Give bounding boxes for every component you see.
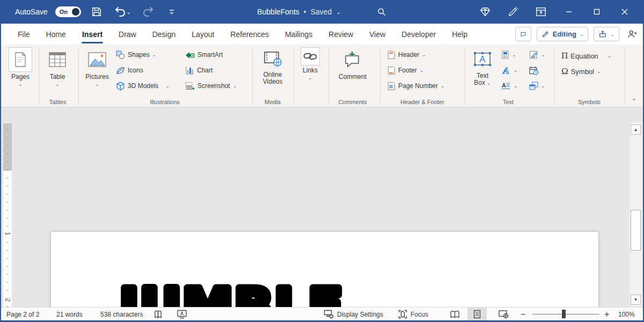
scrollbar-thumb[interactable] [631, 210, 641, 251]
icons-label: Icons [128, 67, 143, 74]
tab-insert[interactable]: Insert [74, 24, 111, 45]
ribbon-display-options-icon[interactable] [527, 0, 555, 24]
comments-button[interactable] [515, 27, 531, 41]
read-mode-icon [450, 310, 460, 319]
display-settings-icon [324, 310, 334, 319]
tab-file[interactable]: File [10, 24, 38, 45]
text-box-button[interactable]: A Text Box ⌄ [470, 47, 495, 87]
3d-models-button[interactable]: 3D Models ⌄ [116, 79, 170, 93]
shapes-button[interactable]: Shapes ⌄ [116, 48, 156, 62]
minimize-button[interactable] [555, 0, 583, 24]
smartart-button[interactable]: SmartArt [185, 48, 223, 62]
presence-people-icon[interactable] [627, 29, 638, 40]
title-chevron-icon[interactable]: ⌄ [336, 9, 340, 15]
equation-button[interactable]: Π Equation ⌄ [561, 49, 611, 63]
chart-button[interactable]: Chart [185, 63, 213, 77]
scroll-down-button[interactable]: ▼ [631, 295, 641, 305]
pages-button[interactable]: Pages ⌄ [6, 47, 34, 87]
new-comment-button[interactable]: Comment [335, 47, 370, 80]
title-separator: • [304, 8, 306, 16]
icons-button[interactable]: Icons [116, 63, 143, 77]
vertical-scrollbar[interactable]: ▲ ▼ [629, 122, 642, 307]
date-time-icon [529, 66, 539, 75]
online-videos-button[interactable]: Online Videos [256, 47, 289, 85]
header-button[interactable]: Header ⌄ [387, 48, 426, 62]
ribbon-insert: Pages ⌄ Table ⌄ Tables [1, 45, 643, 107]
document-title: BubbleFonts [257, 8, 299, 16]
maximize-button[interactable] [583, 0, 611, 24]
links-button[interactable]: Links ⌄ [297, 47, 323, 80]
editing-mode-button[interactable]: Editing ⌄ [537, 27, 589, 41]
status-bar: Page 2 of 2 21 words 538 characters [1, 307, 643, 322]
tab-layout[interactable]: Layout [184, 24, 222, 45]
object-button[interactable]: ⌄ [529, 79, 545, 93]
ribbon-tab-row: File Home Insert Draw Design Layout Refe… [1, 24, 643, 45]
symbol-button[interactable]: Ω Symbol ⌄ [561, 64, 601, 78]
group-label-tables: Tables [43, 99, 72, 105]
comment-bubble-icon [520, 30, 526, 39]
word-count[interactable]: 21 words [56, 308, 83, 321]
pictures-button[interactable]: Pictures ⌄ [83, 47, 112, 87]
search-icon[interactable] [376, 6, 387, 17]
date-time-button[interactable] [529, 63, 539, 77]
scroll-up-button[interactable]: ▲ [631, 125, 641, 135]
tab-view[interactable]: View [361, 24, 393, 45]
footer-label: Footer [398, 67, 417, 74]
proofing-errors-icon[interactable] [153, 308, 163, 321]
undo-icon[interactable]: ⌄ [112, 4, 133, 20]
links-chevron-icon: ⌄ [308, 75, 312, 80]
screenshot-label: Screenshot [197, 82, 230, 90]
web-layout-button[interactable] [494, 308, 513, 321]
text-box-label-1: Text [477, 72, 488, 79]
tab-home[interactable]: Home [38, 24, 74, 45]
print-layout-button[interactable] [467, 308, 487, 321]
tab-design[interactable]: Design [144, 24, 184, 45]
zoom-out-button[interactable]: − [521, 308, 525, 321]
premium-diamond-icon[interactable] [471, 0, 499, 24]
quick-parts-button[interactable]: ⌄ [501, 48, 516, 62]
drop-cap-button[interactable]: A ⌄ [501, 79, 518, 93]
editing-label: Editing [553, 30, 576, 38]
quick-parts-icon [501, 50, 509, 59]
pictures-icon [87, 47, 107, 72]
share-button[interactable]: ⌄ [594, 27, 619, 41]
page-indicator[interactable]: Page 2 of 2 [6, 308, 39, 321]
save-icon[interactable] [89, 4, 105, 20]
footer-chevron-icon: ⌄ [420, 68, 424, 73]
table-button[interactable]: Table ⌄ [44, 47, 71, 87]
tab-help[interactable]: Help [444, 24, 475, 45]
tab-mailings[interactable]: Mailings [277, 24, 320, 45]
zoom-slider-thumb[interactable] [562, 310, 566, 318]
new-comment-icon [343, 47, 362, 72]
wordart-button[interactable]: A ⌄ [501, 63, 518, 77]
page-number-button[interactable]: Page Number ⌄ [387, 79, 445, 93]
footer-icon [387, 66, 396, 75]
display-settings-button[interactable]: Display Settings [324, 308, 383, 321]
tab-review[interactable]: Review [320, 24, 361, 45]
accessibility-checker-icon[interactable] [177, 308, 187, 321]
zoom-in-button[interactable]: + [604, 308, 609, 321]
zoom-level[interactable]: 100% [618, 308, 635, 321]
footer-button[interactable]: Footer ⌄ [387, 63, 423, 77]
read-mode-button[interactable] [445, 308, 464, 321]
close-button[interactable] [611, 0, 639, 24]
character-count[interactable]: 538 characters [100, 308, 143, 321]
quick-access-chevron-icon[interactable] [164, 4, 180, 20]
wordart-icon: A [501, 65, 511, 75]
signature-line-button[interactable]: ⌄ [529, 48, 545, 62]
equation-chevron-icon: ⌄ [608, 53, 612, 58]
tab-draw[interactable]: Draw [111, 24, 144, 45]
zoom-slider[interactable] [532, 314, 599, 314]
autosave-toggle[interactable]: On [55, 6, 81, 17]
collapse-ribbon-icon[interactable]: ⌃ [632, 98, 636, 105]
draw-pen-icon[interactable] [499, 0, 527, 24]
tab-references[interactable]: References [222, 24, 277, 45]
vertical-ruler[interactable]: 1 2 [3, 123, 12, 307]
pages-icon [9, 47, 32, 72]
screenshot-icon [185, 82, 195, 91]
autosave-label: AutoSave [15, 8, 48, 16]
smartart-label: SmartArt [197, 51, 223, 58]
screenshot-button[interactable]: Screenshot ⌄ [185, 79, 237, 93]
tab-developer[interactable]: Developer [393, 24, 444, 45]
focus-button[interactable]: Focus [398, 308, 428, 321]
